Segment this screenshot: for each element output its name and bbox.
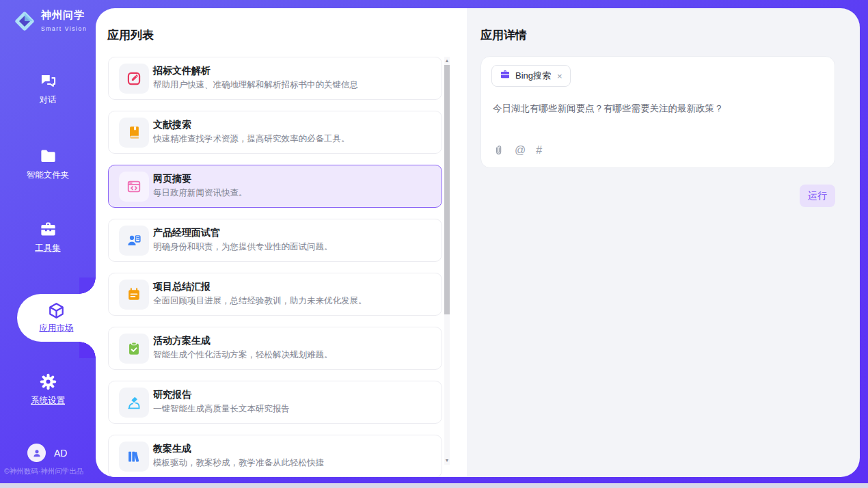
at-icon[interactable]: @ <box>515 144 526 156</box>
app-card-description: 模板驱动，教案秒成，教学准备从此轻松快捷 <box>153 457 324 469</box>
interviewer-icon <box>119 226 149 256</box>
sidebar-item-label: 应用市场 <box>40 323 74 334</box>
sidebar-item-app-market[interactable]: 应用市场 <box>17 294 96 342</box>
scrollbar-thumb[interactable] <box>444 65 450 314</box>
app-card-name: 教案生成 <box>153 443 191 455</box>
sidebar-item-label: 系统设置 <box>0 395 96 407</box>
sidebar-item-label: 对话 <box>0 94 96 106</box>
app-card-description: 智能生成个性化活动方案，轻松解决规划难题。 <box>153 349 333 361</box>
sidebar-item-chat[interactable]: 对话 <box>0 72 96 106</box>
folder-icon <box>0 147 96 165</box>
calendar-icon <box>119 280 149 310</box>
close-icon[interactable]: × <box>557 71 562 81</box>
sidebar-item-smart-folders[interactable]: 智能文件夹 <box>0 147 96 181</box>
sidebar: 神州问学 Smart Vision 对话智能文件夹工具集应用市场系统设置 AD … <box>0 0 96 488</box>
browser-code-icon <box>119 172 149 202</box>
chat-icon <box>0 72 96 90</box>
paperclip-icon[interactable] <box>493 144 504 156</box>
app-card-name: 活动方案生成 <box>153 335 211 347</box>
sidebar-item-toolbox[interactable]: 工具集 <box>0 220 96 254</box>
app-card-description: 快速精准查找学术资源，提高研究效率的必备工具。 <box>153 133 350 145</box>
books-icon <box>119 442 149 472</box>
app-card-name: 产品经理面试官 <box>153 227 220 239</box>
app-card-description: 帮助用户快速、准确地理解和解析招标书中的关键信息 <box>153 79 358 91</box>
prompt-card[interactable]: Bing搜索 × 今日湖北有哪些新闻要点？有哪些需要关注的最新政策？ @# <box>480 56 835 168</box>
bottom-strip <box>0 483 868 488</box>
user-initials: AD <box>54 448 67 459</box>
toolbox-icon <box>0 220 96 239</box>
scrollbar[interactable]: ▲ ▼ <box>444 57 450 465</box>
app-card-name: 研究报告 <box>153 389 191 401</box>
app-card[interactable]: 产品经理面试官明确身份和职责，为您提供专业性的面试问题。 <box>108 219 442 262</box>
main-content: 应用列表 招标文件解析帮助用户快速、准确地理解和解析招标书中的关键信息文献搜索快… <box>96 8 860 477</box>
brand-subtitle: Smart Vision <box>41 25 87 32</box>
scroll-up-icon[interactable]: ▲ <box>444 57 450 65</box>
briefcase-icon <box>500 69 511 83</box>
scroll-down-icon[interactable]: ▼ <box>444 457 450 465</box>
app-card[interactable]: 项目总结汇报全面回顾项目进展，总结经验教训，助力未来优化发展。 <box>108 273 442 316</box>
app-card[interactable]: 招标文件解析帮助用户快速、准确地理解和解析招标书中的关键信息 <box>108 57 442 100</box>
app-card-description: 明确身份和职责，为您提供专业性的面试问题。 <box>153 241 333 253</box>
brand-diamond-icon <box>12 9 37 33</box>
tool-chip-bing-search[interactable]: Bing搜索 × <box>491 65 571 87</box>
app-card[interactable]: 网页摘要每日政府新闻资讯快查。 <box>108 165 442 208</box>
app-card[interactable]: 教案生成模板驱动，教案秒成，教学准备从此轻松快捷 <box>108 435 442 477</box>
copyright-text: ©神州数码·神州问学出品 <box>4 467 83 476</box>
app-card-name: 项目总结汇报 <box>153 281 211 293</box>
app-detail-panel: 应用详情 Bing搜索 × 今日湖北有哪些新闻要点？有哪些需要关注的最新政策？ … <box>467 8 860 477</box>
app-card-list: 招标文件解析帮助用户快速、准确地理解和解析招标书中的关键信息文献搜索快速精准查找… <box>108 57 442 477</box>
app-card-description: 一键智能生成高质量长文本研究报告 <box>153 403 290 415</box>
app-card-description: 全面回顾项目进展，总结经验教训，助力未来优化发展。 <box>153 295 367 307</box>
cube-icon <box>47 301 66 320</box>
person-icon <box>31 448 42 459</box>
app-card[interactable]: 研究报告一键智能生成高质量长文本研究报告 <box>108 381 442 424</box>
prompt-text[interactable]: 今日湖北有哪些新闻要点？有哪些需要关注的最新政策？ <box>493 102 821 115</box>
app-card-name: 招标文件解析 <box>153 65 211 77</box>
app-card-description: 每日政府新闻资讯快查。 <box>153 187 247 199</box>
app-list-panel: 应用列表 招标文件解析帮助用户快速、准确地理解和解析招标书中的关键信息文献搜索快… <box>96 8 467 477</box>
clipboard-check-icon <box>119 334 149 364</box>
run-button[interactable]: 运行 <box>800 185 835 207</box>
sidebar-item-label: 工具集 <box>0 243 96 254</box>
app-list-title: 应用列表 <box>107 27 154 43</box>
user-row[interactable]: AD <box>27 444 67 462</box>
app-card-name: 网页摘要 <box>153 173 191 185</box>
app-card-name: 文献搜索 <box>153 119 191 131</box>
sidebar-item-system-settings[interactable]: 系统设置 <box>0 372 96 407</box>
app-detail-title: 应用详情 <box>480 27 527 43</box>
sidebar-item-label: 智能文件夹 <box>0 170 96 181</box>
pen-square-icon <box>119 64 149 94</box>
tool-chip-label: Bing搜索 <box>515 70 551 82</box>
gear-icon <box>0 372 96 391</box>
book-icon <box>119 118 149 148</box>
brand-name: 神州问学 <box>41 9 85 21</box>
avatar[interactable] <box>27 444 46 462</box>
app-card[interactable]: 文献搜索快速精准查找学术资源，提高研究效率的必备工具。 <box>108 111 442 154</box>
app-card[interactable]: 活动方案生成智能生成个性化活动方案，轻松解决规划难题。 <box>108 327 442 370</box>
prompt-toolbar: @# <box>493 144 542 156</box>
active-tab-curve-bottom <box>79 342 96 358</box>
active-tab-curve-top <box>79 277 96 294</box>
brand-logo: 神州问学 Smart Vision <box>12 9 96 33</box>
microscope-icon <box>119 388 149 418</box>
hash-icon[interactable]: # <box>536 144 542 156</box>
